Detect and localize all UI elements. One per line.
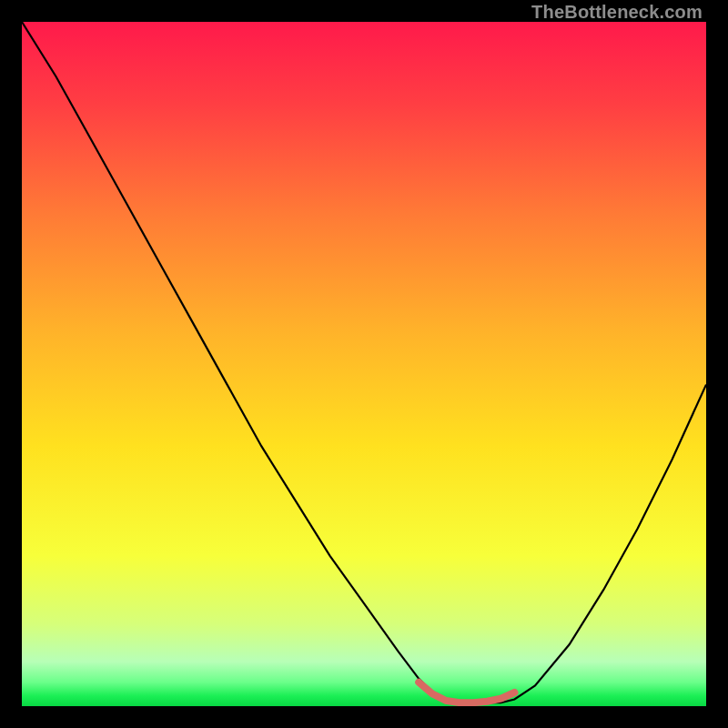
chart-frame [22, 22, 706, 706]
watermark-label: TheBottleneck.com [531, 2, 703, 23]
bottleneck-chart [22, 22, 706, 706]
